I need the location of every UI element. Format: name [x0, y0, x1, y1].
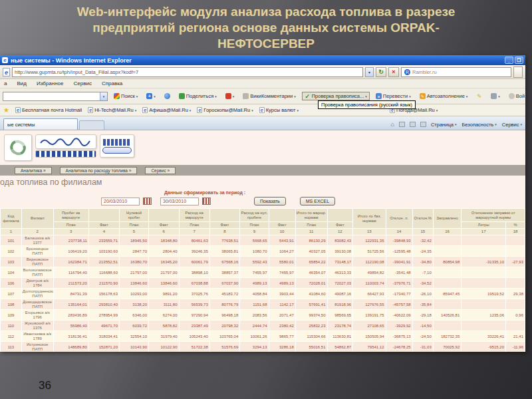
new-tab-button[interactable] — [79, 120, 104, 130]
table-cell: 27108,65 — [353, 321, 386, 331]
table-cell — [506, 267, 525, 278]
table-cell: 4058,84 — [240, 289, 269, 299]
table-cell: 106 — [1, 278, 22, 289]
table-cell: 10143,90 — [120, 342, 149, 352]
table-column-index: 10 — [269, 229, 295, 235]
calendar-icon[interactable] — [143, 198, 152, 205]
toolbar-button[interactable]: ▾ — [488, 92, 503, 100]
toolbar-button[interactable]: ✎Автозаполнение▾ — [417, 92, 471, 100]
read-mail-icon[interactable] — [410, 122, 416, 127]
tab-toolbar-button[interactable]: Сервис▾ — [502, 122, 522, 128]
table-cell: 29,38 — [506, 289, 525, 299]
menu-item[interactable]: Вид — [17, 80, 26, 86]
toolbar-button[interactable]: +▾ — [144, 92, 158, 100]
toolbar-button[interactable]: ✎ — [473, 92, 485, 100]
ie-favicon-icon: e — [2, 57, 8, 63]
menu-item[interactable]: Сервис — [73, 80, 91, 86]
link-item[interactable]: eАфиша@Mail.Ru▾ — [142, 107, 191, 113]
chevron-down-icon[interactable]: ▾ — [100, 92, 107, 100]
feeds-icon[interactable] — [399, 122, 405, 127]
table-cell: 6274,00 — [149, 310, 180, 321]
table-cell: 37025,76 — [179, 289, 209, 299]
page-icon: e — [88, 107, 93, 113]
link-item[interactable]: eКурсы валют▾ — [259, 107, 299, 113]
home-icon[interactable]: ⌂ — [390, 121, 394, 128]
table-cell: 5443,91 — [269, 235, 295, 246]
date-to-input[interactable]: 30/03/2010 — [160, 198, 199, 205]
minimize-button[interactable]: _ — [505, 57, 513, 64]
table-cell: Бронницкое ПАТП — [21, 246, 53, 257]
excel-button[interactable]: MS EXCEL — [300, 197, 335, 205]
date-from-input[interactable]: 20/03/2010 — [101, 198, 140, 205]
table-subheader: Факт — [149, 222, 180, 229]
table-cell — [462, 235, 506, 246]
autofill-icon: ✎ — [420, 93, 426, 99]
table-row: 109Егорьевск а/к 1796283436,89278954,996… — [1, 310, 525, 321]
search-input[interactable]: R Rambler.ru — [401, 67, 511, 77]
toolbar-button[interactable]: Поделиться▾ — [176, 92, 219, 100]
search-go-button[interactable] — [513, 66, 523, 78]
table-cell: 6039,72 — [120, 321, 149, 331]
chevron-down-icon: ▾ — [135, 108, 137, 112]
table-cell: 80461,63 — [179, 235, 209, 246]
refresh-button[interactable]: ↻ — [376, 67, 386, 77]
toolbar-button[interactable]: aПеревести▾ — [373, 92, 414, 100]
signin-icon — [509, 93, 515, 99]
stop-button[interactable]: × — [388, 67, 399, 77]
menu-item[interactable]: Избранное — [37, 80, 64, 86]
menu-item[interactable]: а — [4, 80, 7, 86]
table-cell: 49854,82 — [353, 267, 386, 278]
table-cell: Жуковский а/к 1376 — [21, 321, 53, 331]
toolbar-button-label: Перевести — [383, 93, 408, 99]
restore-button[interactable]: ❐ — [515, 57, 523, 64]
table-cell: 72028,01 — [295, 278, 327, 289]
toolbar-button-label: Автозаполнение — [427, 93, 465, 99]
chevron-down-icon: ▾ — [436, 108, 438, 112]
site-nav-button[interactable]: Аналитика по расходу топлива » — [60, 167, 138, 174]
url-input[interactable]: http://www.gupmta.ru/tph/Input_Data_Fili… — [12, 67, 363, 77]
toolbar-search-input[interactable]: ▾ — [3, 92, 108, 101]
tab-toolbar-button[interactable]: Страница▾ — [431, 122, 457, 128]
toolbar-button[interactable]: Поиск▾ — [111, 92, 140, 100]
tab-toolbar-button[interactable]: Безопасность▾ — [462, 122, 496, 128]
site-nav: Аналитика »Аналитика по расходу топлива … — [0, 165, 525, 176]
table-cell: 2380,42 — [269, 321, 295, 331]
table-cell: 0,96 — [506, 310, 525, 321]
site-nav-button[interactable]: Аналитика » — [15, 167, 52, 174]
link-item[interactable]: eHi-Tech@Mail.Ru▾ — [88, 107, 136, 113]
table-cell: -39848,93 — [386, 235, 412, 246]
url-dropdown-icon[interactable]: ▾ — [365, 67, 374, 77]
table-cell — [506, 321, 525, 331]
google-toolbar-items: Поиск▾+▾Поделиться▾▾ВикиКомментарии▾✓Про… — [111, 92, 525, 100]
browser-tab[interactable]: ые системы — [3, 118, 78, 130]
table-cell: 278954,99 — [88, 310, 119, 321]
link-item[interactable]: eГороскопы@Mail.Ru▾ — [197, 107, 253, 113]
table-group-header: Код филиала — [1, 209, 22, 229]
table-cell: 65854,22 — [295, 257, 327, 267]
calendar-icon[interactable] — [202, 198, 211, 205]
table-cell: -7,10 — [412, 267, 433, 278]
toolbar-button[interactable]: ВикиКомментарии▾ — [240, 92, 298, 100]
fuel-table: Код филиалаФилиалПробег на маршрутеНулев… — [0, 208, 525, 352]
table-cell: Волоколамское ПАТП — [21, 267, 53, 278]
chevron-down-icon: ▾ — [154, 94, 156, 98]
table-cell: Домодедовское ПАТП — [21, 299, 53, 310]
toolbar-button[interactable]: ▾ — [223, 92, 237, 100]
toolbar-button-label: Проверка правописа... — [312, 93, 364, 99]
table-cell: 1080,70 — [240, 246, 269, 257]
link-item[interactable]: eБесплатная почта Hotmail — [15, 107, 82, 113]
favorites-star-icon[interactable]: ★ — [3, 106, 9, 114]
site-nav-button[interactable]: Сервис » — [145, 167, 176, 174]
table-cell: Долгопрудненское ПАТП — [21, 289, 53, 299]
print-icon[interactable] — [420, 122, 426, 127]
table-group-header: Заправлено — [433, 209, 461, 229]
menu-item[interactable]: Справка — [102, 80, 122, 86]
toolbar-button[interactable] — [162, 92, 173, 100]
show-button[interactable]: Показать — [254, 197, 286, 205]
brand-wave-logo-icon — [35, 150, 96, 158]
toolbar-button-label: Поделиться — [186, 93, 213, 99]
toolbar-button[interactable]: ✓Проверка правописа...▾ — [302, 92, 370, 100]
table-cell: 38898,10 — [179, 267, 209, 278]
table-cell — [433, 267, 461, 278]
toolbar-button[interactable]: Вой — [506, 92, 525, 100]
